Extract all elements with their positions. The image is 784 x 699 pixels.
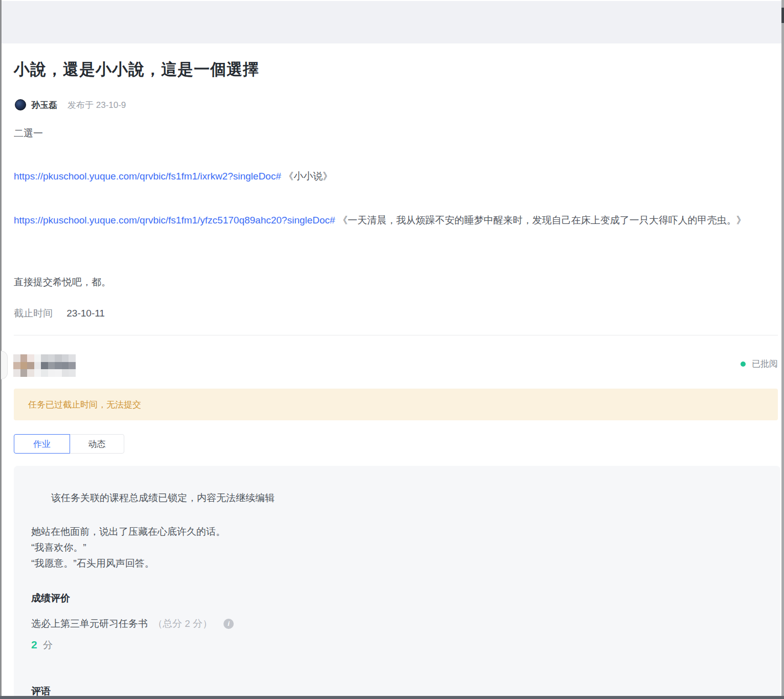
yuque-link-2[interactable]: https://pkuschool.yuque.com/qrvbic/fs1fm…: [14, 215, 335, 226]
info-icon[interactable]: i: [223, 619, 234, 629]
drawer-handle[interactable]: [1, 351, 8, 379]
assignment-intro: 二選一: [14, 126, 779, 141]
author-avatar: [15, 99, 26, 110]
author-row: 孙玉磊 发布于 23-10-9: [15, 98, 126, 111]
page-title: 小說，還是小小說，這是一個選擇: [14, 57, 760, 82]
divider: [14, 335, 778, 335]
content-line: “我愿意。”石头用风声回答。: [31, 555, 226, 571]
deadline-value: 23-10-11: [66, 308, 105, 319]
locked-notice: 该任务关联的课程总成绩已锁定，内容无法继续编辑: [51, 490, 275, 506]
rubric-name: 选必上第三单元研习任务书: [31, 616, 148, 632]
redacted-student-identity: [13, 354, 76, 377]
rubric-total-label: （总分 2 分）: [153, 616, 212, 632]
publish-date: 发布于 23-10-9: [68, 99, 126, 111]
submission-content: 她站在他面前，说出了压藏在心底许久的话。 “我喜欢你。” “我愿意。”石头用风声…: [31, 524, 226, 571]
link-1-title: 《小小说》: [284, 171, 332, 182]
deadline-row: 截止时间 23-10-11: [14, 306, 105, 321]
content-line: “我喜欢你。”: [31, 539, 226, 555]
rubric-row: 选必上第三单元研习任务书 （总分 2 分） i: [31, 616, 234, 632]
grade-section-heading: 成绩评价: [31, 591, 70, 606]
scrollbar[interactable]: [781, 0, 784, 699]
scrollbar-thumb[interactable]: [781, 8, 784, 23]
content-line: 她站在他面前，说出了压藏在心底许久的话。: [31, 524, 226, 539]
score-value: 2: [31, 639, 37, 650]
yuque-link-1[interactable]: https://pkuschool.yuque.com/qrvbic/fs1fm…: [14, 171, 281, 182]
score-row: 2 分: [31, 637, 53, 653]
left-window-edge: [0, 0, 2, 699]
bottom-window-edge: [0, 696, 784, 699]
link-2-title: 《一天清晨，我从烦躁不安的睡梦中醒来时，发现自己在床上变成了一只大得吓人的甲壳虫…: [338, 215, 746, 226]
student-row: 已批阅: [13, 353, 778, 377]
tab-homework[interactable]: 作业: [14, 434, 70, 454]
header-band: [0, 1, 781, 43]
deadline-label: 截止时间: [14, 308, 53, 319]
warning-text: 任务已过截止时间，无法提交: [28, 399, 141, 411]
tab-group: 作业 动态: [14, 434, 124, 454]
tab-activity[interactable]: 动态: [70, 434, 124, 454]
assignment-link-line-1: https://pkuschool.yuque.com/qrvbic/fs1fm…: [14, 169, 779, 184]
assignment-note: 直接提交希悦吧，都。: [14, 275, 779, 290]
status-dot-icon: [741, 362, 746, 367]
status-label: 已批阅: [752, 358, 778, 370]
assignment-link-line-2: https://pkuschool.yuque.com/qrvbic/fs1fm…: [14, 211, 779, 230]
submission-card: 该任务关联的课程总成绩已锁定，内容无法继续编辑 她站在他面前，说出了压藏在心底许…: [14, 466, 780, 699]
deadline-warning-banner: 任务已过截止时间，无法提交: [14, 389, 778, 420]
score-unit: 分: [43, 640, 53, 650]
review-status-badge: 已批阅: [741, 358, 778, 370]
author-name: 孙玉磊: [31, 99, 57, 111]
